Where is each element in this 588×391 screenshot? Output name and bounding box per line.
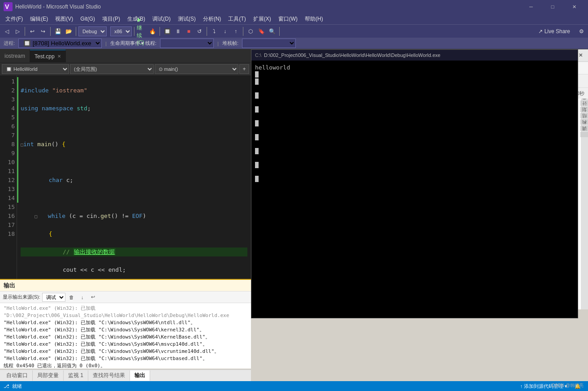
- menu-help[interactable]: 帮助(H): [301, 14, 327, 24]
- side-tab-0[interactable]: 需: [580, 100, 588, 106]
- tab-auto-window[interactable]: 自动窗口: [2, 370, 33, 381]
- menu-edit[interactable]: 编辑(E): [26, 14, 52, 24]
- menu-project[interactable]: 项目(P): [99, 14, 124, 24]
- stop-record-btn[interactable]: 🔲: [162, 26, 172, 36]
- stack-label: 堆栈帧:: [222, 40, 238, 47]
- debug-config-select[interactable]: Debug: [78, 26, 107, 36]
- output-toolbar: 显示输出来源(S): 调试 🗑 ↓ ↩: [0, 291, 251, 303]
- tab-testcpp-close[interactable]: ✕: [57, 54, 61, 59]
- tab-watch1[interactable]: 监视 1: [64, 370, 88, 381]
- console-cursor-9: [255, 176, 259, 182]
- output-line-3: "HelloWorld.exe" (Win32): 已加载 "C:\Window…: [4, 334, 247, 341]
- menu-view[interactable]: 视图(V): [52, 14, 77, 24]
- file-scope-select[interactable]: 🔲 HelloWorld: [2, 64, 69, 74]
- process-select[interactable]: 🔲 [8708] HelloWorld.exe: [18, 39, 102, 48]
- output-line-0: "HelloWorld.exe" (Win32): 已加载 "D:\002_Pr…: [4, 305, 247, 319]
- toolbar-sep-1: [25, 27, 25, 36]
- console-cursor-7: [255, 148, 259, 154]
- console-titlebar: C:\ D:\002_Project\006_Visual_Studio\Hel…: [251, 50, 578, 61]
- menu-tools[interactable]: 工具(T): [225, 14, 249, 24]
- toolbar-forward-btn[interactable]: ▷: [13, 26, 22, 36]
- toolbar-redo-btn[interactable]: ↪: [38, 26, 48, 36]
- live-share-icon: ↗: [538, 28, 543, 35]
- tab-output[interactable]: 输出: [130, 370, 150, 381]
- start-btn[interactable]: ▶ 继续(C): [137, 26, 147, 36]
- live-share-button[interactable]: ↗ Live Share: [535, 27, 574, 35]
- tab-locals[interactable]: 局部变量: [33, 370, 64, 381]
- find-btn[interactable]: 🔍: [267, 26, 277, 36]
- line-numbers: 1 2 3 4 5 6 7 8 9 10 11 12 13 14 15 16 1…: [0, 75, 17, 300]
- menu-window[interactable]: 窗口(W): [275, 14, 301, 24]
- step-over-btn[interactable]: ⤵: [209, 26, 219, 36]
- output-scroll-btn[interactable]: ↓: [78, 293, 87, 302]
- output-line-1: "HelloWorld.exe" (Win32): 已加载 "C:\Window…: [4, 319, 247, 326]
- platform-select[interactable]: x86: [110, 26, 132, 36]
- save-btn[interactable]: 💾: [53, 26, 63, 36]
- status-left: ⎇ 就绪: [4, 383, 22, 390]
- console-output-text: helloworld: [255, 64, 290, 71]
- watermark: CSDN @韩晖亮: [552, 382, 584, 389]
- fire-btn[interactable]: 🔥: [147, 26, 157, 36]
- restart-btn[interactable]: ↺: [195, 26, 204, 36]
- console-window[interactable]: C:\ D:\002_Project\006_Visual_Studio\Hel…: [251, 49, 578, 318]
- left-panel: iostream Test.cpp ✕ 🔲 HelloWorld (全局范围) …: [0, 49, 251, 309]
- console-content[interactable]: helloworld: [251, 61, 578, 318]
- menu-bar: 文件(F) 编辑(E) 视图(V) Git(G) 项目(P) 生成(B) 调试(…: [0, 13, 588, 24]
- tab-iostream-label: iostream: [4, 53, 25, 59]
- global-scope-select[interactable]: (全局范围): [70, 64, 154, 74]
- window-controls: ─ □ ✕: [521, 0, 584, 13]
- close-button[interactable]: ✕: [564, 0, 584, 13]
- side-tab-4[interactable]: 构: [580, 126, 588, 131]
- bottom-tabs-bar: 自动窗口 局部变量 监视 1 查找符号结果 输出: [0, 369, 251, 381]
- open-btn[interactable]: 📂: [64, 26, 74, 36]
- side-tab-1[interactable]: 计: [580, 107, 588, 112]
- symbol-scope-select[interactable]: ⊙ main(): [155, 64, 238, 74]
- output-clear-btn[interactable]: 🗑: [67, 293, 76, 302]
- toolbar-undo-btn[interactable]: ↩: [27, 26, 37, 36]
- code-content[interactable]: #include "iostream" using namespace std;…: [17, 75, 251, 300]
- toolbar-sep-5: [160, 27, 160, 36]
- menu-git[interactable]: Git(G): [77, 15, 99, 23]
- menu-file[interactable]: 文件(F): [2, 14, 26, 24]
- output-title: 输出: [4, 282, 15, 290]
- status-text: 就绪: [12, 383, 22, 390]
- maximize-button[interactable]: □: [542, 0, 563, 13]
- title-bar: V HelloWorld - Microsoft Visual Studio ─…: [0, 0, 588, 13]
- minimize-button[interactable]: ─: [521, 0, 541, 13]
- thread-select[interactable]: [160, 39, 214, 48]
- console-title: D:\002_Project\006_Visual_Studio\HelloWo…: [264, 52, 441, 58]
- tab-iostream[interactable]: iostream: [0, 50, 30, 62]
- stack-select[interactable]: [242, 39, 296, 48]
- side-tab-5[interactable]: 调: [580, 132, 588, 137]
- lifecycle-label: 生命周期事件 ▾ 线程:: [110, 40, 156, 47]
- console-cursor-5: [255, 120, 259, 126]
- code-editor[interactable]: 1 2 3 4 5 6 7 8 9 10 11 12 13 14 15 16 1…: [0, 75, 251, 300]
- stop-btn[interactable]: ■: [184, 26, 194, 36]
- settings-btn[interactable]: ⚙: [576, 26, 586, 36]
- menu-debug[interactable]: 调试(D): [149, 14, 174, 24]
- side-tab-3[interactable]: 结: [580, 119, 588, 125]
- output-line-7: 线程 0x4540 已退出，返回值为 0 (0x0)。: [4, 362, 247, 369]
- side-panel-tabs: 需 计 划 结 构 调: [581, 99, 588, 309]
- output-wrap-btn[interactable]: ↩: [89, 293, 98, 302]
- toolbar-back-btn[interactable]: ◁: [2, 26, 12, 36]
- breakpoint-btn[interactable]: ⬡: [246, 26, 255, 36]
- gutter-indicator: [17, 77, 18, 203]
- step-into-btn[interactable]: ↓: [220, 26, 230, 36]
- pause-btn[interactable]: ⏸: [173, 26, 183, 36]
- tab-testcpp[interactable]: Test.cpp ✕: [30, 50, 66, 62]
- toolbar-sep-2: [50, 27, 51, 36]
- tab-find-symbol[interactable]: 查找符号结果: [88, 370, 130, 381]
- menu-test[interactable]: 测试(S): [174, 14, 199, 24]
- output-line-6: "HelloWorld.exe" (Win32): 已加载 "C:\Window…: [4, 355, 247, 362]
- process-label: 进程:: [4, 40, 15, 47]
- title-text: HelloWorld - Microsoft Visual Studio: [15, 4, 521, 10]
- git-icon: ⎇: [4, 383, 9, 389]
- output-source-select[interactable]: 调试: [42, 293, 65, 302]
- scope-expand-btn[interactable]: +: [239, 64, 249, 74]
- menu-extensions[interactable]: 扩展(X): [250, 14, 275, 24]
- side-tab-2[interactable]: 划: [580, 113, 588, 118]
- menu-analyze[interactable]: 分析(N): [199, 14, 225, 24]
- bookmark-btn[interactable]: 🔖: [256, 26, 266, 36]
- step-out-btn[interactable]: ↑: [231, 26, 241, 36]
